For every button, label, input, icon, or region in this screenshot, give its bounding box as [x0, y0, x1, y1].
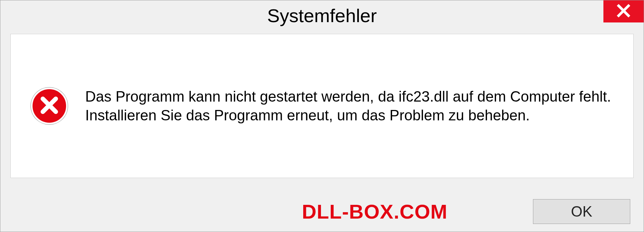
content-panel: Das Programm kann nicht gestartet werden… — [10, 34, 634, 178]
close-icon — [616, 3, 631, 19]
error-cross-icon — [40, 96, 59, 116]
titlebar: Systemfehler — [0, 0, 644, 31]
error-icon — [31, 88, 68, 124]
error-message: Das Programm kann nicht gestartet werden… — [85, 87, 613, 125]
close-button[interactable] — [603, 0, 644, 22]
watermark-text: DLL-BOX.COM — [302, 200, 447, 223]
ok-button[interactable]: OK — [533, 199, 630, 224]
dialog-footer: DLL-BOX.COM OK — [0, 191, 644, 232]
dialog-title: Systemfehler — [267, 5, 377, 26]
